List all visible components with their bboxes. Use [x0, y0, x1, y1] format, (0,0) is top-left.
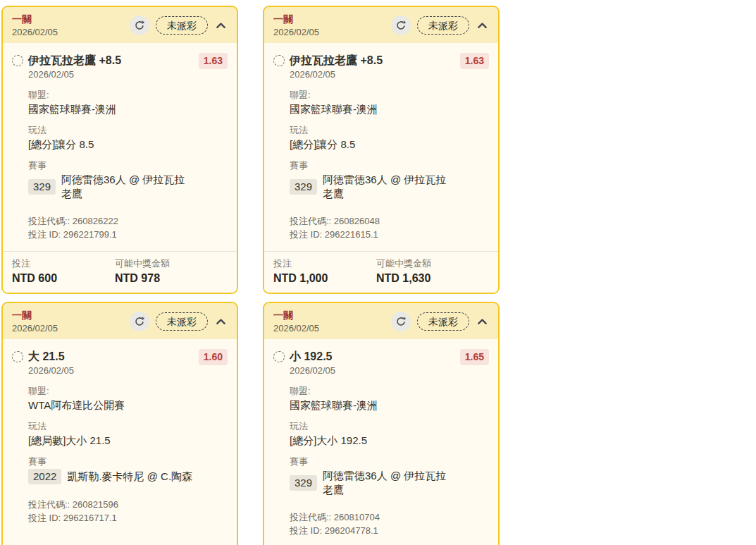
selection-date: 2026/02/05: [28, 365, 194, 377]
bet-card-header: 一關 2026/02/05 未派彩: [264, 303, 498, 339]
play-value: [總分]讓分 8.5: [28, 137, 194, 152]
bet-code-row: 投注代碼:: 260826222: [28, 214, 194, 228]
bet-header-info: 一關 2026/02/05: [273, 309, 319, 334]
event-field: 賽事 2022 凱斯勒.麥卡特尼 @ C.陶森: [28, 455, 194, 484]
collapse-button[interactable]: [476, 19, 489, 32]
bet-card: 一關 2026/02/05 未派彩: [1, 302, 238, 545]
event-name: 阿德雷德36人 @ 伊拉瓦拉老鷹: [323, 469, 455, 497]
bet-codes: 投注代碼:: 260810704 投注 ID: 296204778.1: [290, 510, 455, 537]
bet-id-value: 296221615.1: [325, 229, 378, 240]
bet-code-label: 投注代碼::: [28, 216, 70, 226]
league-field: 聯盟: 國家籃球聯賽-澳洲: [290, 89, 455, 116]
refresh-icon: [395, 20, 407, 31]
refresh-icon: [395, 316, 407, 327]
collapse-button[interactable]: [214, 315, 228, 329]
bet-header-controls: 未派彩: [130, 312, 228, 331]
play-value: [總分]讓分 8.5: [290, 137, 455, 152]
bet-header-date: 2026/02/05: [12, 26, 58, 38]
bet-card-body: 伊拉瓦拉老鷹 +8.5 2026/02/05 聯盟: 國家籃球聯賽-澳洲 玩法 …: [264, 43, 498, 251]
bet-code-label: 投注代碼::: [290, 216, 331, 226]
bet-card-body: 伊拉瓦拉老鷹 +8.5 2026/02/05 聯盟: 國家籃球聯賽-澳洲 玩法 …: [3, 43, 237, 251]
bet-id-value: 296221799.1: [63, 229, 117, 240]
bet-header-date: 2026/02/05: [12, 322, 58, 334]
status-badge: 未派彩: [156, 16, 208, 35]
potential-win-block: 可能中獎金額 NTD 978: [115, 257, 228, 286]
refresh-button[interactable]: [391, 312, 411, 331]
bet-header-controls: 未派彩: [391, 16, 489, 35]
bet-code-value: 260826048: [334, 216, 380, 226]
odds-badge: 1.63: [199, 53, 228, 69]
bet-card: 一關 2026/02/05 未派彩: [263, 302, 500, 545]
bet-code-row: 投注代碼:: 260810704: [290, 510, 455, 524]
play-value: [總局數]大小 21.5: [28, 434, 194, 448]
refresh-icon: [134, 316, 145, 327]
selection-date: 2026/02/05: [290, 68, 455, 81]
bet-header-info: 一關 2026/02/05: [12, 13, 58, 38]
status-badge: 未派彩: [417, 16, 469, 35]
event-name: 阿德雷德36人 @ 伊拉瓦拉老鷹: [323, 173, 455, 201]
bet-id-label: 投注 ID:: [28, 229, 61, 240]
bet-id-value: 296216717.1: [63, 513, 117, 523]
odds-badge: 1.65: [460, 349, 489, 365]
bet-history-list: 一關 2026/02/05 未派彩: [0, 0, 756, 545]
selection-date: 2026/02/05: [28, 68, 194, 81]
bet-id-label: 投注 ID:: [28, 513, 61, 523]
bet-header-date: 2026/02/05: [273, 322, 319, 334]
bet-code-row: 投注代碼:: 260821596: [28, 498, 194, 511]
refresh-button[interactable]: [130, 312, 149, 331]
play-label: 玩法: [28, 420, 194, 432]
bet-codes: 投注代碼:: 260821596 投注 ID: 296216717.1: [28, 498, 194, 525]
play-label: 玩法: [290, 124, 455, 136]
refresh-button[interactable]: [391, 16, 411, 35]
stake-value: NTD 1,000: [273, 271, 376, 286]
stake-label: 投注: [12, 257, 115, 269]
bet-card-footer: 投注 NTD 600 可能中獎金額 NTD 978: [3, 251, 237, 293]
play-field: 玩法 [總分]讓分 8.5: [28, 124, 194, 152]
bet-id-row: 投注 ID: 296216717.1: [28, 511, 194, 525]
potential-win-label: 可能中獎金額: [376, 257, 489, 269]
selection-marker-icon: [273, 55, 285, 66]
event-label: 賽事: [290, 159, 455, 171]
bet-code-label: 投注代碼::: [290, 512, 331, 522]
refresh-icon: [134, 20, 145, 31]
event-label: 賽事: [290, 455, 455, 467]
play-field: 玩法 [總分]讓分 8.5: [290, 124, 455, 152]
refresh-button[interactable]: [130, 16, 149, 35]
league-value: 國家籃球聯賽-澳洲: [290, 102, 455, 116]
play-field: 玩法 [總局數]大小 21.5: [28, 420, 194, 448]
potential-win-block: 可能中獎金額 NTD 1,630: [376, 257, 489, 286]
league-value: 國家籃球聯賽-澳洲: [290, 398, 455, 412]
bet-header-info: 一關 2026/02/05: [273, 13, 319, 38]
stake-label: 投注: [273, 257, 376, 269]
chevron-up-icon: [476, 315, 489, 329]
collapse-button[interactable]: [214, 19, 228, 32]
selection-name: 伊拉瓦拉老鷹 +8.5: [290, 53, 455, 68]
bet-codes: 投注代碼:: 260826048 投注 ID: 296221615.1: [290, 214, 455, 241]
event-field: 賽事 329 阿德雷德36人 @ 伊拉瓦拉老鷹: [290, 159, 455, 201]
stake-block: 投注 NTD 600: [12, 257, 115, 286]
bet-card: 一關 2026/02/05 未派彩: [1, 6, 238, 294]
league-field: 聯盟: WTA阿布達比公開賽: [28, 385, 194, 412]
event-name: 凱斯勒.麥卡特尼 @ C.陶森: [67, 470, 192, 484]
bet-type-label: 一關: [12, 13, 58, 26]
league-value: 國家籃球聯賽-澳洲: [28, 102, 194, 116]
selection-name: 小 192.5: [290, 349, 455, 364]
bet-type-label: 一關: [273, 309, 319, 322]
play-value: [總分]大小 192.5: [290, 434, 455, 448]
bet-id-label: 投注 ID:: [290, 525, 322, 536]
bet-code-value: 260821596: [73, 499, 118, 510]
bet-header-info: 一關 2026/02/05: [12, 309, 58, 334]
selection-date: 2026/02/05: [290, 365, 455, 377]
selection-marker-icon: [12, 351, 23, 362]
event-field: 賽事 329 阿德雷德36人 @ 伊拉瓦拉老鷹: [28, 159, 194, 201]
event-number-badge: 329: [290, 475, 317, 491]
potential-win-value: NTD 1,630: [376, 271, 489, 286]
event-field: 賽事 329 阿德雷德36人 @ 伊拉瓦拉老鷹: [290, 455, 455, 497]
league-value: WTA阿布達比公開賽: [28, 398, 194, 412]
collapse-button[interactable]: [476, 315, 489, 329]
bet-card-body: 小 192.5 2026/02/05 聯盟: 國家籃球聯賽-澳洲 玩法 [總分]…: [264, 339, 498, 545]
bet-card-body: 大 21.5 2026/02/05 聯盟: WTA阿布達比公開賽 玩法 [總局數…: [3, 339, 237, 545]
potential-win-value: NTD 978: [115, 271, 228, 286]
bet-type-label: 一關: [12, 309, 58, 322]
selection-name: 伊拉瓦拉老鷹 +8.5: [28, 53, 194, 68]
